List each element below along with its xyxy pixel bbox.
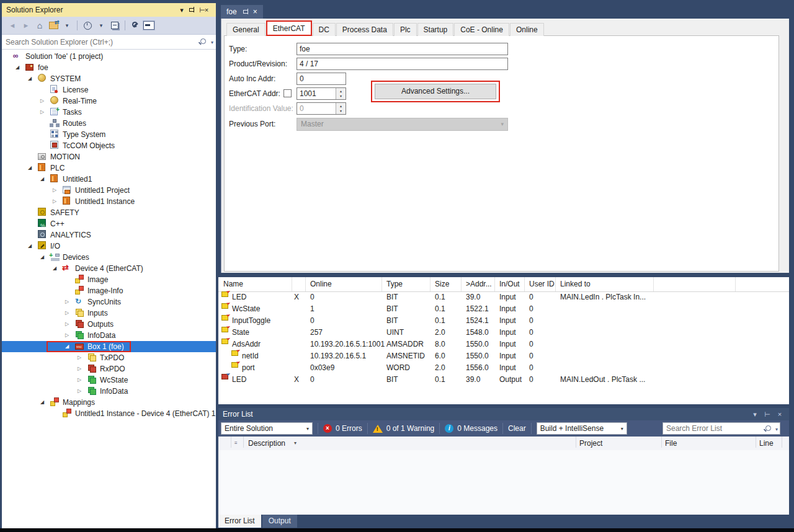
warnings-toggle[interactable]: ! 0 of 1 Warning [373,424,435,433]
home-icon[interactable]: ⌂ [33,19,46,32]
expander-expanded-icon[interactable]: ◢ [38,252,47,263]
tree-item-rxpdo[interactable]: ▷RxPDO [2,363,216,375]
tree-item-license[interactable]: License [2,84,216,95]
tree-item-i-o[interactable]: ◢I/O [2,241,216,252]
tab-dc[interactable]: DC [313,23,336,36]
product-revision-field[interactable] [297,58,508,70]
sort-caret-icon[interactable]: ▾ [294,437,297,450]
column-separator[interactable] [430,277,430,291]
tree-item-device-4-ethercat[interactable]: ◢Device 4 (EtherCAT) [2,263,216,274]
error-list-titlebar[interactable]: Error List ▾ ⊢ × [218,408,789,420]
type-field[interactable] [297,43,508,55]
tree-item-solution-foe-1-project[interactable]: Solution 'foe' (1 project) [2,51,216,62]
ethercat-addr-stepper[interactable]: 1001 ▴▾ [297,87,346,100]
column-project[interactable]: Project [579,437,602,450]
expander-collapsed-icon[interactable]: ▷ [38,107,47,118]
expander-collapsed-icon[interactable]: ▷ [50,185,59,196]
tree-item-untitled1-instance[interactable]: ▷Untitled1 Instance [2,196,216,207]
column-online[interactable]: Online [310,277,332,291]
tree-item-devices[interactable]: ◢Devices [2,252,216,263]
variable-row-wcstate[interactable]: WcState1BIT0.11522.1Input0 [218,303,789,315]
pending-changes-clock-icon[interactable] [81,19,94,32]
expander-collapsed-icon[interactable]: ▷ [63,296,71,308]
sync-with-active-document-icon[interactable] [47,19,60,32]
build-filter-dropdown[interactable]: Build + IntelliSense ▾ [537,422,627,435]
tree-item-infodata[interactable]: ▷InfoData [2,330,216,341]
dropdown-caret-icon[interactable]: ▾ [95,19,107,32]
window-position-caret-icon[interactable]: ▾ [750,409,760,419]
search-caret-icon[interactable]: ▾ [211,40,213,45]
solution-explorer-titlebar[interactable]: Solution Explorer ▾ ⊢ × [2,3,216,17]
search-caret-icon[interactable]: ▾ [775,427,778,432]
search-icon[interactable] [200,38,206,44]
pin-icon[interactable] [243,9,249,15]
error-list-header-row[interactable]: ≡ Description ▾ Project File Line [218,437,789,451]
tree-item-untitled1[interactable]: ◢Untitled1 [2,174,216,185]
tree-item-analytics[interactable]: ANALYTICS [2,229,216,241]
variable-row-netid[interactable]: netId10.193.20.16.5.1AMSNETID6.01550.0In… [218,350,789,362]
tree-item-untitled1-project[interactable]: ▷Untitled1 Project [2,185,216,196]
forward-icon[interactable]: ► [20,19,32,32]
close-icon[interactable]: × [775,409,785,419]
tree-item-syncunits[interactable]: ▷SyncUnits [2,296,216,308]
tree-item-inputs[interactable]: ▷Inputs [2,308,216,319]
ethercat-addr-checkbox[interactable] [283,89,292,97]
expander-collapsed-icon[interactable]: ▷ [75,363,84,375]
tree-item-c[interactable]: C++ [2,218,216,229]
scope-filter-dropdown[interactable]: Entire Solution ▾ [221,422,313,435]
expander-collapsed-icon[interactable]: ▷ [63,319,71,330]
tree-item-image[interactable]: Image [2,274,216,285]
dropdown-caret-icon[interactable]: ▾ [61,19,73,32]
properties-wrench-icon[interactable] [129,19,141,32]
tree-item-infodata[interactable]: ▷InfoData [2,386,216,397]
tree-item-outputs[interactable]: ▷Outputs [2,319,216,330]
variable-row-led[interactable]: LEDX0BIT0.139.0Output0MAIN.LedOut . PlcT… [218,374,789,386]
tree-item-mappings[interactable]: ◢Mappings [2,397,216,408]
search-icon[interactable] [765,425,771,431]
variable-row-port[interactable]: port0x03e9WORD2.01556.0Input0 [218,362,789,374]
column-separator[interactable] [555,277,556,291]
back-icon[interactable]: ◄ [6,19,19,32]
expander-collapsed-icon[interactable]: ▷ [75,386,84,397]
column-separator[interactable] [524,277,525,291]
column-user-id[interactable]: User ID [529,277,555,291]
expander-expanded-icon[interactable]: ◢ [25,241,34,252]
tab-ethercat[interactable]: EtherCAT [266,20,312,36]
column-separator[interactable] [735,277,736,291]
tree-item-safety[interactable]: SAFETY [2,207,216,218]
column-addr[interactable]: >Addr... [466,277,492,291]
variables-header-row[interactable]: NameOnlineTypeSize>Addr...In/OutUser IDL… [218,277,789,292]
expander-expanded-icon[interactable]: ◢ [50,263,59,274]
tab-startup[interactable]: Startup [417,23,454,36]
expander-expanded-icon[interactable]: ◢ [38,397,47,408]
tab-output[interactable]: Output [262,515,297,528]
expander-collapsed-icon[interactable]: ▷ [63,330,71,341]
close-icon[interactable]: × [253,7,257,16]
column-type[interactable]: Type [386,277,403,291]
column-file[interactable]: File [665,437,677,450]
tree-item-motion[interactable]: MOTION [2,151,216,162]
pin-icon[interactable]: ⊢ [762,409,772,419]
column-separator[interactable] [494,277,495,291]
tree-item-image-info[interactable]: Image-Info [2,285,216,296]
variable-row-adsaddr[interactable]: AdsAddr10.193.20.16.5.1:1001AMSADDR8.015… [218,339,789,350]
tab-error-list[interactable]: Error List [218,515,261,528]
column-linked-to[interactable]: Linked to [560,277,591,291]
column-separator[interactable] [381,277,382,291]
auto-inc-addr-field[interactable] [297,73,346,85]
errors-toggle[interactable]: × 0 Errors [323,424,362,433]
preview-selected-items-icon[interactable] [143,19,155,32]
tree-item-type-system[interactable]: Type System [2,129,216,140]
tab-general[interactable]: General [226,23,265,36]
clear-button[interactable]: Clear [508,424,526,433]
column-name[interactable]: Name [223,277,243,291]
tab-process-data[interactable]: Process Data [336,23,393,36]
expander-expanded-icon[interactable]: ◢ [38,174,47,185]
severity-filter-icon[interactable]: ≡ [234,437,238,450]
pin-icon[interactable]: ⊢ [189,5,199,15]
tree-item-tasks[interactable]: ▷Tasks [2,107,216,118]
column-separator[interactable] [305,277,306,291]
tree-item-plc[interactable]: ◢PLC [2,162,216,174]
tree-item-routes[interactable]: Routes [2,118,216,129]
tab-coe-online[interactable]: CoE - Online [454,23,509,36]
